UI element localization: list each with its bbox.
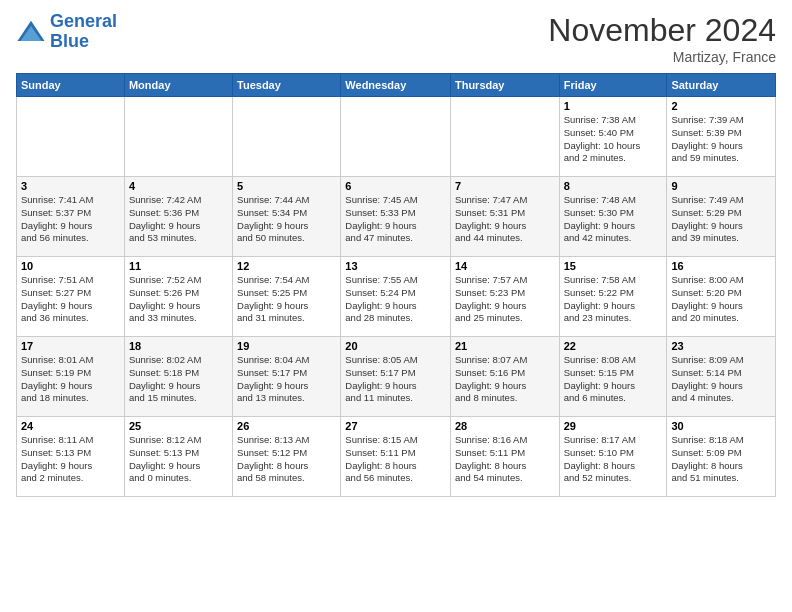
calendar-cell-w4-d1: 17Sunrise: 8:01 AM Sunset: 5:19 PM Dayli… (17, 337, 125, 417)
day-info: Sunrise: 7:44 AM Sunset: 5:34 PM Dayligh… (237, 194, 336, 245)
day-info: Sunrise: 8:08 AM Sunset: 5:15 PM Dayligh… (564, 354, 663, 405)
logo-text: General Blue (50, 12, 117, 52)
calendar-cell-w4-d7: 23Sunrise: 8:09 AM Sunset: 5:14 PM Dayli… (667, 337, 776, 417)
day-info: Sunrise: 7:45 AM Sunset: 5:33 PM Dayligh… (345, 194, 446, 245)
day-number: 4 (129, 180, 228, 192)
calendar-cell-w1-d4 (341, 97, 451, 177)
calendar-cell-w4-d5: 21Sunrise: 8:07 AM Sunset: 5:16 PM Dayli… (450, 337, 559, 417)
day-info: Sunrise: 7:48 AM Sunset: 5:30 PM Dayligh… (564, 194, 663, 245)
day-number: 9 (671, 180, 771, 192)
day-number: 29 (564, 420, 663, 432)
calendar-cell-w5-d3: 26Sunrise: 8:13 AM Sunset: 5:12 PM Dayli… (233, 417, 341, 497)
week-row-2: 3Sunrise: 7:41 AM Sunset: 5:37 PM Daylig… (17, 177, 776, 257)
day-info: Sunrise: 7:39 AM Sunset: 5:39 PM Dayligh… (671, 114, 771, 165)
day-number: 13 (345, 260, 446, 272)
calendar-cell-w1-d5 (450, 97, 559, 177)
day-number: 24 (21, 420, 120, 432)
location: Martizay, France (548, 49, 776, 65)
calendar-cell-w2-d2: 4Sunrise: 7:42 AM Sunset: 5:36 PM Daylig… (124, 177, 232, 257)
header: General Blue November 2024 Martizay, Fra… (16, 12, 776, 65)
calendar-cell-w2-d4: 6Sunrise: 7:45 AM Sunset: 5:33 PM Daylig… (341, 177, 451, 257)
calendar-cell-w3-d6: 15Sunrise: 7:58 AM Sunset: 5:22 PM Dayli… (559, 257, 667, 337)
day-info: Sunrise: 7:38 AM Sunset: 5:40 PM Dayligh… (564, 114, 663, 165)
calendar-cell-w3-d2: 11Sunrise: 7:52 AM Sunset: 5:26 PM Dayli… (124, 257, 232, 337)
day-info: Sunrise: 8:01 AM Sunset: 5:19 PM Dayligh… (21, 354, 120, 405)
day-number: 8 (564, 180, 663, 192)
day-number: 1 (564, 100, 663, 112)
calendar-cell-w5-d2: 25Sunrise: 8:12 AM Sunset: 5:13 PM Dayli… (124, 417, 232, 497)
day-number: 23 (671, 340, 771, 352)
day-info: Sunrise: 8:17 AM Sunset: 5:10 PM Dayligh… (564, 434, 663, 485)
calendar-cell-w2-d5: 7Sunrise: 7:47 AM Sunset: 5:31 PM Daylig… (450, 177, 559, 257)
calendar-header-row: Sunday Monday Tuesday Wednesday Thursday… (17, 74, 776, 97)
calendar-cell-w1-d3 (233, 97, 341, 177)
day-number: 5 (237, 180, 336, 192)
calendar-cell-w5-d5: 28Sunrise: 8:16 AM Sunset: 5:11 PM Dayli… (450, 417, 559, 497)
col-thursday: Thursday (450, 74, 559, 97)
calendar-cell-w2-d6: 8Sunrise: 7:48 AM Sunset: 5:30 PM Daylig… (559, 177, 667, 257)
day-number: 6 (345, 180, 446, 192)
month-title: November 2024 (548, 12, 776, 49)
day-number: 19 (237, 340, 336, 352)
day-info: Sunrise: 7:58 AM Sunset: 5:22 PM Dayligh… (564, 274, 663, 325)
day-info: Sunrise: 7:49 AM Sunset: 5:29 PM Dayligh… (671, 194, 771, 245)
col-friday: Friday (559, 74, 667, 97)
day-number: 18 (129, 340, 228, 352)
calendar-cell-w5-d6: 29Sunrise: 8:17 AM Sunset: 5:10 PM Dayli… (559, 417, 667, 497)
day-number: 17 (21, 340, 120, 352)
week-row-1: 1Sunrise: 7:38 AM Sunset: 5:40 PM Daylig… (17, 97, 776, 177)
day-number: 27 (345, 420, 446, 432)
logo: General Blue (16, 12, 117, 52)
day-number: 11 (129, 260, 228, 272)
day-number: 22 (564, 340, 663, 352)
day-info: Sunrise: 8:18 AM Sunset: 5:09 PM Dayligh… (671, 434, 771, 485)
day-number: 25 (129, 420, 228, 432)
logo-line2: Blue (50, 31, 89, 51)
day-info: Sunrise: 8:13 AM Sunset: 5:12 PM Dayligh… (237, 434, 336, 485)
day-number: 21 (455, 340, 555, 352)
col-saturday: Saturday (667, 74, 776, 97)
day-info: Sunrise: 8:02 AM Sunset: 5:18 PM Dayligh… (129, 354, 228, 405)
day-info: Sunrise: 7:52 AM Sunset: 5:26 PM Dayligh… (129, 274, 228, 325)
day-info: Sunrise: 8:04 AM Sunset: 5:17 PM Dayligh… (237, 354, 336, 405)
day-info: Sunrise: 7:54 AM Sunset: 5:25 PM Dayligh… (237, 274, 336, 325)
day-number: 16 (671, 260, 771, 272)
calendar-cell-w3-d4: 13Sunrise: 7:55 AM Sunset: 5:24 PM Dayli… (341, 257, 451, 337)
calendar-cell-w2-d7: 9Sunrise: 7:49 AM Sunset: 5:29 PM Daylig… (667, 177, 776, 257)
day-info: Sunrise: 7:55 AM Sunset: 5:24 PM Dayligh… (345, 274, 446, 325)
calendar-table: Sunday Monday Tuesday Wednesday Thursday… (16, 73, 776, 497)
day-info: Sunrise: 8:12 AM Sunset: 5:13 PM Dayligh… (129, 434, 228, 485)
calendar-cell-w3-d7: 16Sunrise: 8:00 AM Sunset: 5:20 PM Dayli… (667, 257, 776, 337)
calendar-cell-w3-d5: 14Sunrise: 7:57 AM Sunset: 5:23 PM Dayli… (450, 257, 559, 337)
day-info: Sunrise: 8:00 AM Sunset: 5:20 PM Dayligh… (671, 274, 771, 325)
day-info: Sunrise: 8:15 AM Sunset: 5:11 PM Dayligh… (345, 434, 446, 485)
day-number: 12 (237, 260, 336, 272)
calendar-cell-w2-d3: 5Sunrise: 7:44 AM Sunset: 5:34 PM Daylig… (233, 177, 341, 257)
calendar-cell-w4-d4: 20Sunrise: 8:05 AM Sunset: 5:17 PM Dayli… (341, 337, 451, 417)
day-info: Sunrise: 7:42 AM Sunset: 5:36 PM Dayligh… (129, 194, 228, 245)
calendar-cell-w4-d2: 18Sunrise: 8:02 AM Sunset: 5:18 PM Dayli… (124, 337, 232, 417)
day-info: Sunrise: 8:05 AM Sunset: 5:17 PM Dayligh… (345, 354, 446, 405)
col-wednesday: Wednesday (341, 74, 451, 97)
day-number: 30 (671, 420, 771, 432)
title-block: November 2024 Martizay, France (548, 12, 776, 65)
calendar-cell-w1-d6: 1Sunrise: 7:38 AM Sunset: 5:40 PM Daylig… (559, 97, 667, 177)
calendar-cell-w4-d3: 19Sunrise: 8:04 AM Sunset: 5:17 PM Dayli… (233, 337, 341, 417)
logo-line1: General (50, 11, 117, 31)
col-monday: Monday (124, 74, 232, 97)
day-info: Sunrise: 7:41 AM Sunset: 5:37 PM Dayligh… (21, 194, 120, 245)
day-number: 14 (455, 260, 555, 272)
calendar-cell-w1-d7: 2Sunrise: 7:39 AM Sunset: 5:39 PM Daylig… (667, 97, 776, 177)
day-info: Sunrise: 8:16 AM Sunset: 5:11 PM Dayligh… (455, 434, 555, 485)
col-sunday: Sunday (17, 74, 125, 97)
day-number: 20 (345, 340, 446, 352)
day-info: Sunrise: 7:47 AM Sunset: 5:31 PM Dayligh… (455, 194, 555, 245)
day-number: 28 (455, 420, 555, 432)
day-info: Sunrise: 8:07 AM Sunset: 5:16 PM Dayligh… (455, 354, 555, 405)
week-row-4: 17Sunrise: 8:01 AM Sunset: 5:19 PM Dayli… (17, 337, 776, 417)
day-info: Sunrise: 7:57 AM Sunset: 5:23 PM Dayligh… (455, 274, 555, 325)
week-row-3: 10Sunrise: 7:51 AM Sunset: 5:27 PM Dayli… (17, 257, 776, 337)
calendar-cell-w3-d3: 12Sunrise: 7:54 AM Sunset: 5:25 PM Dayli… (233, 257, 341, 337)
calendar-cell-w1-d1 (17, 97, 125, 177)
day-number: 15 (564, 260, 663, 272)
